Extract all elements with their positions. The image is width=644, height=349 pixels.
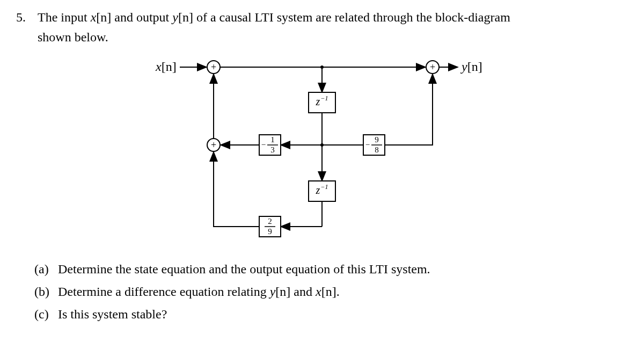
plus-icon: + <box>211 62 216 72</box>
t: shown below. <box>38 30 108 44</box>
t: The input <box>38 10 91 24</box>
frac-num: 9 <box>375 135 379 144</box>
t: Determine a difference equation relating <box>58 285 270 299</box>
sym-y: y <box>270 285 276 299</box>
frac-num: 2 <box>268 217 272 226</box>
block-diagram: x[n] y[n] + + z−1 1 3 − <box>134 49 510 253</box>
part-text: Is this system stable? <box>58 303 167 325</box>
sym-y: y <box>172 10 178 24</box>
sym-x: x <box>316 285 321 299</box>
wire <box>214 152 259 227</box>
frac-den: 9 <box>268 227 272 236</box>
part-letter: (b) <box>16 280 53 303</box>
part-letter: (a) <box>16 258 53 280</box>
plus-icon: + <box>430 62 435 72</box>
sym-x: x <box>91 10 97 24</box>
problem-number: 5. <box>16 8 30 47</box>
part-b: (b) Determine a difference equation rela… <box>16 280 628 303</box>
brn: [n] <box>321 285 336 299</box>
t: and output <box>111 10 172 24</box>
part-text: Determine the state equation and the out… <box>58 258 430 280</box>
page: 5. The input x[n] and output y[n] of a c… <box>0 0 644 325</box>
sign: − <box>261 140 266 149</box>
t: and <box>290 285 316 299</box>
brn: [n] <box>275 285 290 299</box>
t: . <box>336 285 340 299</box>
brn: [n] <box>96 10 111 24</box>
frac-den: 3 <box>270 146 275 154</box>
problem-statement: 5. The input x[n] and output y[n] of a c… <box>16 8 628 47</box>
wire <box>385 74 433 145</box>
t: of a causal LTI system are related throu… <box>193 10 510 24</box>
part-a: (a) Determine the state equation and the… <box>16 258 628 280</box>
part-text: Determine a difference equation relating… <box>58 280 340 303</box>
plus-icon: + <box>211 140 216 150</box>
part-letter: (c) <box>16 303 53 325</box>
subparts: (a) Determine the state equation and the… <box>16 258 628 325</box>
input-label: x[n] <box>155 60 177 74</box>
frac-num: 1 <box>270 135 275 144</box>
frac-den: 8 <box>375 146 379 154</box>
brn: [n] <box>178 10 193 24</box>
part-c: (c) Is this system stable? <box>16 303 628 325</box>
output-label: y[n] <box>460 60 482 74</box>
problem-text: The input x[n] and output y[n] of a caus… <box>38 8 510 47</box>
sign: − <box>365 140 370 149</box>
